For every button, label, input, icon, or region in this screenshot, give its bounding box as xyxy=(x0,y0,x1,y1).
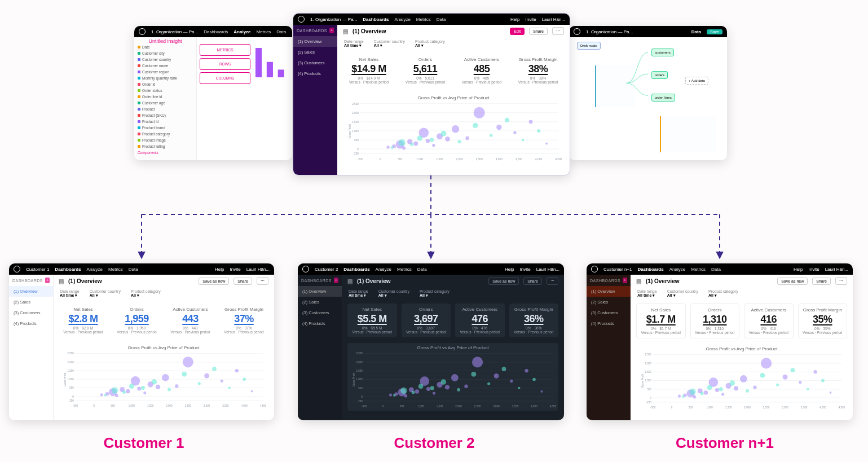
more-button[interactable]: ⋯ xyxy=(547,277,558,285)
add-dashboard-button[interactable]: + xyxy=(45,278,50,283)
add-dashboard-button[interactable]: + xyxy=(329,28,334,33)
nav-metrics[interactable]: Metrics xyxy=(397,267,412,272)
more-button[interactable]: ⋯ xyxy=(552,27,564,35)
sidebar-item[interactable]: (4) Products xyxy=(298,318,342,329)
kpi-card[interactable]: Orders1,9590%1,959Versus · Previous peri… xyxy=(112,303,161,337)
share-button[interactable]: Share xyxy=(523,278,542,285)
filter-chip[interactable]: Customer countryAll ▾ xyxy=(667,289,698,298)
filter-chip[interactable]: Date rangeAll time ▾ xyxy=(637,289,657,298)
nav-dashboards[interactable]: Dashboards xyxy=(204,29,228,34)
invite-link[interactable]: Invite xyxy=(526,17,536,22)
sidebar-item[interactable]: (3) Customers xyxy=(9,307,53,318)
user-menu[interactable]: Lauri Hän... xyxy=(246,267,270,272)
kpi-card[interactable]: Active Customers4760%476Versus · Previou… xyxy=(455,303,505,337)
field-catalog[interactable]: Untitled insight DateCustomer cityCustom… xyxy=(134,37,197,160)
kpi-card[interactable]: Net Sales$2.8 M0%$2.8 MVersus · Previous… xyxy=(59,303,108,337)
nav-metrics[interactable]: Metrics xyxy=(257,29,271,34)
kpi-card[interactable]: Gross Profit Margin36%0%36%Versus · Prev… xyxy=(509,303,559,337)
dropzone-columns[interactable]: COLUMNS xyxy=(200,72,250,84)
invite-link[interactable]: Invite xyxy=(520,267,531,272)
workspace-name[interactable]: 1. Organization — Pa... xyxy=(586,29,633,34)
sidebar-item-customers[interactable]: (3) Customers xyxy=(293,58,337,68)
nav-analyze[interactable]: Analyze xyxy=(233,29,250,34)
kpi-card[interactable]: Net Sales$5.5 M0%$5.5 MVersus · Previous… xyxy=(347,303,397,337)
sidebar-item[interactable]: (4) Products xyxy=(9,318,53,329)
kpi-card[interactable]: Orders3,6970%3,697Versus · Previous peri… xyxy=(402,303,451,337)
kpi-card[interactable]: Active Customers4430%443Versus · Previou… xyxy=(166,303,215,337)
kpi-card[interactable]: Net Sales$1.7 M0%$1.7 MVersus · Previous… xyxy=(636,303,686,338)
catalog-field[interactable]: Product (SKU) xyxy=(134,112,196,118)
sidebar-item-products[interactable]: (4) Products xyxy=(293,68,337,79)
more-button[interactable]: ⋯ xyxy=(257,277,268,285)
catalog-field[interactable]: Customer city xyxy=(134,50,196,56)
save-button[interactable]: Save xyxy=(707,29,722,34)
filter-chip[interactable]: Date rangeAll time ▾ xyxy=(344,39,364,48)
kpi-card[interactable]: Net Sales$14.9 M0%$14.9 MVersus · Previo… xyxy=(343,54,395,87)
filter-chip[interactable]: Date rangeAll time ▾ xyxy=(60,289,80,298)
share-button[interactable]: Share xyxy=(233,278,252,285)
kpi-card[interactable]: Active Customers4850%485Versus · Previou… xyxy=(456,54,508,87)
user-menu[interactable]: Lauri Hän... xyxy=(825,267,848,272)
nav-metrics[interactable]: Metrics xyxy=(691,267,706,272)
nav-data[interactable]: Data xyxy=(129,267,138,272)
sidebar-item[interactable]: (1) Overview xyxy=(9,286,53,297)
nav-analyze[interactable]: Analyze xyxy=(87,267,103,272)
help-link[interactable]: Help xyxy=(215,267,224,272)
sidebar-item-overview[interactable]: (1) Overview xyxy=(293,36,337,47)
nav-data[interactable]: Data xyxy=(437,17,446,22)
filter-chip[interactable]: Customer countryAll ▾ xyxy=(374,39,405,48)
nav-dashboards[interactable]: Dashboards xyxy=(363,17,389,22)
catalog-field[interactable]: Monthly quantity rank xyxy=(134,75,196,81)
dropzone-rows[interactable]: ROWS xyxy=(200,58,250,70)
help-link[interactable]: Help xyxy=(505,267,514,272)
insight-title[interactable]: Untitled insight xyxy=(134,38,196,44)
workspace-name[interactable]: Customer 2 xyxy=(315,267,338,272)
catalog-field[interactable]: Customer age xyxy=(134,100,196,106)
sidebar-item[interactable]: (2) Sales xyxy=(298,297,342,307)
save-as-new-button[interactable]: Save as new xyxy=(777,278,808,285)
catalog-field[interactable]: Product brand xyxy=(134,125,196,131)
filter-chip[interactable]: Product categoryAll ▾ xyxy=(420,289,450,298)
add-dashboard-button[interactable]: + xyxy=(334,278,338,283)
components-link[interactable]: Components xyxy=(134,149,196,156)
catalog-field[interactable]: Product id xyxy=(134,118,196,125)
catalog-field[interactable]: Product category xyxy=(134,131,196,137)
model-canvas[interactable]: Draft mode customers orders order_lines … xyxy=(572,37,724,157)
sidebar-item-sales[interactable]: (2) Sales xyxy=(293,47,337,58)
kpi-card[interactable]: Gross Profit Margin37%0%37%Versus · Prev… xyxy=(219,303,268,337)
share-button[interactable]: Share xyxy=(812,278,831,285)
invite-link[interactable]: Invite xyxy=(809,267,819,272)
nav-dashboards[interactable]: Dashboards xyxy=(637,267,663,272)
sidebar-item[interactable]: (1) Overview xyxy=(587,286,631,297)
catalog-field[interactable]: Customer country xyxy=(134,56,196,63)
sidebar-item[interactable]: (2) Sales xyxy=(587,297,631,307)
catalog-field[interactable]: Customer name xyxy=(134,63,196,69)
filter-chip[interactable]: Date rangeAll time ▾ xyxy=(349,289,368,298)
nav-data[interactable]: Data xyxy=(691,29,701,34)
filter-chip[interactable]: Product categoryAll ▾ xyxy=(131,289,161,298)
kpi-card[interactable]: Orders1,3100%1,310Versus · Previous peri… xyxy=(690,303,740,338)
share-button[interactable]: Share xyxy=(529,28,548,35)
sidebar-item[interactable]: (4) Products xyxy=(587,318,631,329)
filter-chip[interactable]: Product categoryAll ▾ xyxy=(708,289,738,298)
workspace-name[interactable]: Customer n+1 xyxy=(603,267,632,272)
workspace-name[interactable]: Customer 1 xyxy=(26,267,49,272)
nav-dashboards[interactable]: Dashboards xyxy=(343,267,369,272)
sidebar-item[interactable]: (3) Customers xyxy=(587,307,631,318)
filter-chip[interactable]: Product categoryAll ▾ xyxy=(415,39,445,48)
sidebar-item[interactable]: (2) Sales xyxy=(9,297,53,307)
kpi-card[interactable]: Gross Profit Margin38%0%38%Versus · Prev… xyxy=(512,54,564,87)
nav-analyze[interactable]: Analyze xyxy=(394,17,410,22)
sidebar-item[interactable]: (3) Customers xyxy=(298,307,342,318)
catalog-field[interactable]: Order line id xyxy=(134,94,196,100)
catalog-field[interactable]: Customer region xyxy=(134,69,196,75)
invite-link[interactable]: Invite xyxy=(230,267,241,272)
more-button[interactable]: ⋯ xyxy=(835,277,847,285)
kpi-card[interactable]: Active Customers4160%416Versus · Previou… xyxy=(744,303,794,338)
add-dashboard-button[interactable]: + xyxy=(623,278,627,283)
edit-button[interactable]: Edit xyxy=(510,28,525,35)
save-as-new-button[interactable]: Save as new xyxy=(488,278,519,285)
user-menu[interactable]: Lauri Hän... xyxy=(536,267,559,272)
filter-chip[interactable]: Customer countryAll ▾ xyxy=(378,289,409,298)
help-link[interactable]: Help xyxy=(794,267,803,272)
